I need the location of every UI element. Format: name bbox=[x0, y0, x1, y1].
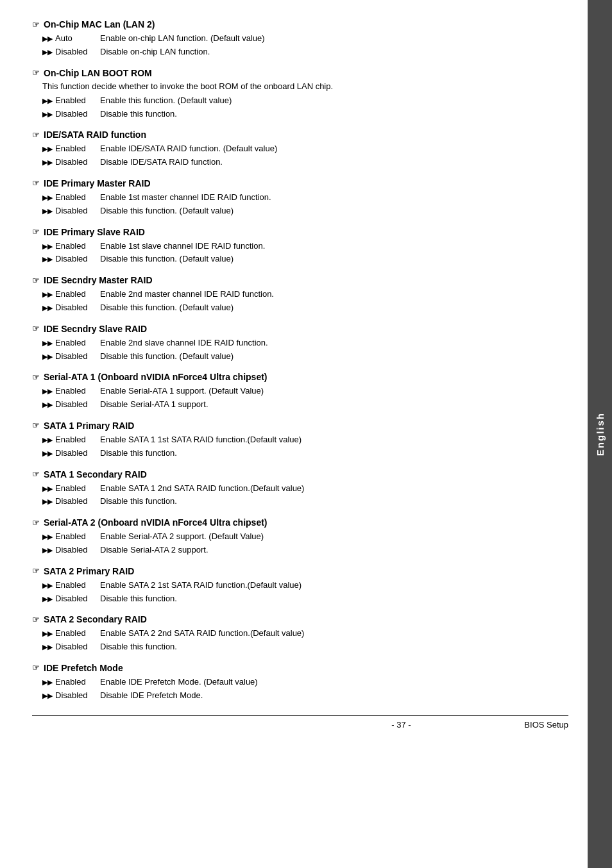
option-desc-text: Disable this function. (Default value) bbox=[100, 253, 568, 266]
section-title-text: IDE Primary Master RAID bbox=[44, 178, 151, 188]
option-label: ▶▶Disabled bbox=[42, 108, 100, 121]
section-title-serial-ata1: ☞Serial-ATA 1 (Onboard nVIDIA nForce4 Ul… bbox=[32, 372, 568, 382]
option-desc-text: Disable on-chip LAN function. bbox=[100, 46, 568, 59]
option-label-text: Disabled bbox=[55, 108, 88, 121]
option-desc-text: Enable 1st master channel IDE RAID funct… bbox=[100, 191, 568, 204]
bullet-icon: ▶▶ bbox=[42, 545, 53, 556]
section-ide-secndry-slave-raid: ☞IDE Secndry Slave RAID▶▶EnabledEnable 2… bbox=[32, 324, 568, 363]
section-arrow-icon: ☞ bbox=[32, 663, 40, 672]
option-row: ▶▶DisabledDisable this function. bbox=[42, 447, 568, 460]
section-sata2-secondary-raid: ☞SATA 2 Secondary RAID▶▶EnabledEnable SA… bbox=[32, 614, 568, 654]
section-title-text: IDE Primary Slave RAID bbox=[44, 227, 145, 237]
option-row: ▶▶EnabledEnable 2nd master channel IDE R… bbox=[42, 288, 568, 301]
option-label: ▶▶Disabled bbox=[42, 689, 100, 703]
option-desc-text: Enable IDE Prefetch Mode. (Default value… bbox=[100, 676, 568, 689]
section-serial-ata1: ☞Serial-ATA 1 (Onboard nVIDIA nForce4 Ul… bbox=[32, 372, 568, 412]
section-title-text: SATA 1 Primary RAID bbox=[44, 421, 134, 431]
option-row: ▶▶EnabledEnable 2nd slave channel IDE RA… bbox=[42, 337, 568, 350]
option-row: ▶▶DisabledDisable this function. (Defaul… bbox=[42, 301, 568, 315]
option-label: ▶▶Enabled bbox=[42, 191, 100, 204]
bullet-icon: ▶▶ bbox=[42, 351, 53, 363]
bullet-icon: ▶▶ bbox=[42, 435, 53, 446]
option-label: ▶▶Disabled bbox=[42, 204, 100, 218]
bullet-icon: ▶▶ bbox=[42, 580, 53, 592]
section-arrow-icon: ☞ bbox=[32, 469, 40, 479]
option-label-text: Disabled bbox=[55, 640, 88, 654]
option-label-text: Disabled bbox=[55, 253, 88, 266]
section-arrow-icon: ☞ bbox=[32, 20, 40, 29]
bullet-icon: ▶▶ bbox=[42, 96, 53, 107]
bullet-icon: ▶▶ bbox=[42, 33, 53, 45]
section-title-sata1-secondary-raid: ☞SATA 1 Secondary RAID bbox=[32, 469, 568, 480]
option-desc-text: Enable on-chip LAN function. (Default va… bbox=[100, 32, 568, 46]
section-title-text: SATA 1 Secondary RAID bbox=[44, 469, 147, 480]
option-desc-text: Enable 1st slave channel IDE RAID functi… bbox=[100, 240, 568, 253]
section-title-text: SATA 2 Primary RAID bbox=[44, 566, 134, 576]
section-arrow-icon: ☞ bbox=[32, 566, 40, 576]
bullet-icon: ▶▶ bbox=[42, 254, 53, 265]
option-label: ▶▶Enabled bbox=[42, 337, 100, 350]
section-title-ide-prefetch-mode: ☞IDE Prefetch Mode bbox=[32, 663, 568, 673]
option-label-text: Disabled bbox=[55, 544, 88, 557]
option-label-text: Enabled bbox=[55, 142, 86, 156]
bullet-icon: ▶▶ bbox=[42, 531, 53, 543]
option-label-text: Enabled bbox=[55, 385, 86, 398]
option-desc-text: Enable 2nd slave channel IDE RAID functi… bbox=[100, 337, 568, 350]
section-title-sata2-primary-raid: ☞SATA 2 Primary RAID bbox=[32, 566, 568, 576]
bullet-icon: ▶▶ bbox=[42, 628, 53, 640]
option-label: ▶▶Enabled bbox=[42, 676, 100, 689]
section-arrow-icon: ☞ bbox=[32, 324, 40, 333]
option-label: ▶▶Disabled bbox=[42, 350, 100, 363]
option-row: ▶▶DisabledDisable IDE/SATA RAID function… bbox=[42, 156, 568, 169]
section-title-text: Serial-ATA 1 (Onboard nVIDIA nForce4 Ult… bbox=[44, 372, 268, 382]
bullet-icon: ▶▶ bbox=[42, 47, 53, 58]
bullet-icon: ▶▶ bbox=[42, 386, 53, 397]
option-row: ▶▶EnabledEnable this function. (Default … bbox=[42, 94, 568, 108]
section-title-ide-sata-raid: ☞IDE/SATA RAID function bbox=[32, 129, 568, 140]
section-arrow-icon: ☞ bbox=[32, 421, 40, 430]
option-desc-text: Enable SATA 2 2nd SATA RAID function.(De… bbox=[100, 627, 568, 640]
option-row: ▶▶EnabledEnable Serial-ATA 2 support. (D… bbox=[42, 530, 568, 544]
option-row: ▶▶DisabledDisable this function. (Defaul… bbox=[42, 350, 568, 363]
option-row: ▶▶EnabledEnable 1st master channel IDE R… bbox=[42, 191, 568, 204]
bullet-icon: ▶▶ bbox=[42, 144, 53, 155]
section-arrow-icon: ☞ bbox=[32, 518, 40, 528]
section-ide-primary-slave-raid: ☞IDE Primary Slave RAID▶▶EnabledEnable 1… bbox=[32, 227, 568, 267]
option-label-text: Disabled bbox=[55, 398, 88, 412]
option-row: ▶▶EnabledEnable 1st slave channel IDE RA… bbox=[42, 240, 568, 253]
option-desc-text: Disable this function. bbox=[100, 592, 568, 606]
option-label: ▶▶Enabled bbox=[42, 142, 100, 156]
section-arrow-icon: ☞ bbox=[32, 130, 40, 140]
section-title-ide-secndry-slave-raid: ☞IDE Secndry Slave RAID bbox=[32, 324, 568, 334]
option-label: ▶▶Disabled bbox=[42, 398, 100, 412]
option-row: ▶▶EnabledEnable IDE Prefetch Mode. (Defa… bbox=[42, 676, 568, 689]
option-label-text: Enabled bbox=[55, 433, 86, 447]
option-row: ▶▶DisabledDisable IDE Prefetch Mode. bbox=[42, 689, 568, 703]
option-label: ▶▶Enabled bbox=[42, 288, 100, 301]
option-desc-text: Disable IDE Prefetch Mode. bbox=[100, 689, 568, 703]
option-desc-text: Enable SATA 1 1st SATA RAID function.(De… bbox=[100, 433, 568, 447]
option-label-text: Disabled bbox=[55, 495, 88, 508]
option-label-text: Disabled bbox=[55, 689, 88, 703]
option-desc-text: Disable this function. (Default value) bbox=[100, 350, 568, 363]
option-desc-text: Enable Serial-ATA 2 support. (Default Va… bbox=[100, 530, 568, 544]
option-label-text: Enabled bbox=[55, 676, 86, 689]
section-title-text: SATA 2 Secondary RAID bbox=[44, 614, 147, 624]
sections-container: ☞On-Chip MAC Lan (LAN 2)▶▶AutoEnable on-… bbox=[32, 19, 568, 703]
option-row: ▶▶DisabledDisable this function. (Defaul… bbox=[42, 204, 568, 218]
option-desc-text: Enable 2nd master channel IDE RAID funct… bbox=[100, 288, 568, 301]
option-label: ▶▶Enabled bbox=[42, 240, 100, 253]
option-label: ▶▶Enabled bbox=[42, 627, 100, 640]
section-ide-sata-raid: ☞IDE/SATA RAID function▶▶EnabledEnable I… bbox=[32, 129, 568, 169]
option-label: ▶▶Enabled bbox=[42, 385, 100, 398]
sidebar-label: English bbox=[595, 412, 606, 456]
section-title-on-chip-mac-lan2: ☞On-Chip MAC Lan (LAN 2) bbox=[32, 19, 568, 29]
section-arrow-icon: ☞ bbox=[32, 372, 40, 382]
section-title-sata2-secondary-raid: ☞SATA 2 Secondary RAID bbox=[32, 614, 568, 624]
option-desc-text: Disable this function. bbox=[100, 108, 568, 121]
option-label: ▶▶Disabled bbox=[42, 156, 100, 169]
option-label-text: Enabled bbox=[55, 530, 86, 544]
option-label: ▶▶Enabled bbox=[42, 530, 100, 544]
option-label: ▶▶Disabled bbox=[42, 253, 100, 266]
option-label-text: Disabled bbox=[55, 301, 88, 315]
